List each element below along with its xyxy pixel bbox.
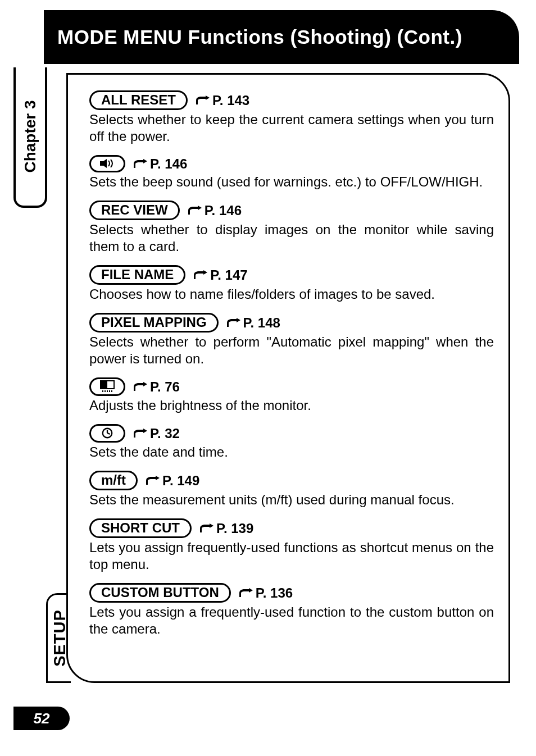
page-ref-text: P. 149	[162, 473, 199, 489]
page-number: 52	[13, 707, 70, 730]
page-ref-text: P. 147	[210, 267, 247, 283]
page-ref-icon	[196, 95, 210, 106]
page-ref-icon	[239, 588, 253, 598]
page-header: MODE MENU Functions (Shooting) (Cont.)	[44, 10, 519, 64]
menu-item-pixel-mapping: PIXEL MAPPING P. 148 Selects whether to …	[89, 313, 494, 367]
menu-label-pill: PIXEL MAPPING	[89, 313, 219, 333]
svg-rect-4	[102, 390, 103, 392]
svg-rect-0	[100, 161, 103, 166]
page-ref: P. 147	[193, 267, 247, 283]
menu-item-all-reset: ALL RESET P. 143 Selects whether to keep…	[89, 90, 494, 145]
page-ref-text: P. 146	[205, 203, 242, 218]
page-ref: P. 139	[199, 521, 253, 536]
page-ref: P. 136	[239, 585, 293, 601]
page-ref: P. 76	[133, 379, 180, 395]
page-ref-text: P. 143	[212, 93, 249, 108]
page-ref: P. 148	[226, 315, 280, 331]
chapter-tab-label: Chapter 3	[21, 100, 39, 172]
page-ref: P. 146	[133, 156, 187, 172]
menu-label-pill: FILE NAME	[89, 265, 185, 285]
menu-item-date-time: P. 32 Sets the date and time.	[89, 424, 494, 461]
page-ref: P. 149	[146, 473, 199, 489]
page-ref-icon	[133, 429, 148, 439]
svg-rect-8	[111, 390, 112, 392]
svg-marker-1	[103, 159, 107, 168]
menu-label-pill: CUSTOM BUTTON	[89, 583, 231, 603]
menu-desc: Selects whether to perform "Automatic pi…	[89, 334, 494, 367]
page-ref: P. 146	[188, 203, 242, 218]
menu-label-pill: REC VIEW	[89, 201, 180, 220]
menu-label-pill: ALL RESET	[89, 90, 188, 110]
menu-item-mft: m/ft P. 149 Sets the measurement units (…	[89, 471, 494, 508]
page-ref-icon	[199, 523, 214, 534]
page-ref-text: P. 32	[150, 426, 180, 441]
svg-rect-6	[107, 390, 108, 392]
menu-item-short-cut: SHORT CUT P. 139 Lets you assign frequen…	[89, 518, 494, 573]
menu-label-pill: SHORT CUT	[89, 518, 192, 538]
page: MODE MENU Functions (Shooting) (Cont.) C…	[0, 0, 536, 756]
page-ref-text: P. 136	[256, 585, 293, 601]
menu-item-rec-view: REC VIEW P. 146 Selects whether to displ…	[89, 201, 494, 255]
menu-desc: Lets you assign frequently-used function…	[89, 539, 494, 573]
page-ref-icon	[133, 159, 148, 169]
page-title: MODE MENU Functions (Shooting) (Cont.)	[57, 25, 462, 49]
page-ref-icon	[226, 318, 241, 328]
menu-item-custom-button: CUSTOM BUTTON P. 136 Lets you assign a f…	[89, 583, 494, 637]
menu-desc: Sets the measurement units (m/ft) used d…	[89, 491, 494, 508]
menu-desc: Lets you assign a frequently-used functi…	[89, 604, 494, 637]
menu-item-file-name: FILE NAME P. 147 Chooses how to name fil…	[89, 265, 494, 303]
chapter-tab: Chapter 3	[13, 67, 47, 208]
menu-item-beep: P. 146 Sets the beep sound (used for war…	[89, 155, 494, 190]
menu-desc: Adjusts the brightness of the monitor.	[89, 397, 494, 414]
svg-line-11	[107, 433, 110, 434]
page-ref-icon	[188, 206, 202, 216]
page-ref-text: P. 139	[216, 521, 253, 536]
svg-rect-3	[101, 381, 107, 388]
page-ref-icon	[133, 382, 148, 392]
page-ref: P. 32	[133, 426, 180, 441]
page-ref-icon	[146, 476, 160, 486]
content-frame: ALL RESET P. 143 Selects whether to keep…	[66, 73, 510, 683]
page-ref-text: P. 146	[150, 156, 187, 172]
page-ref-text: P. 76	[150, 379, 180, 395]
beep-icon	[89, 155, 125, 172]
menu-item-brightness: P. 76 Adjusts the brightness of the moni…	[89, 377, 494, 414]
svg-rect-5	[105, 390, 106, 392]
menu-desc: Selects whether to display images on the…	[89, 221, 494, 255]
menu-label-pill: m/ft	[89, 471, 138, 490]
page-ref-text: P. 148	[243, 315, 280, 331]
page-ref-icon	[193, 270, 208, 280]
menu-desc: Sets the date and time.	[89, 444, 494, 461]
menu-desc: Sets the beep sound (used for warnings. …	[89, 174, 494, 190]
clock-icon	[89, 424, 125, 443]
monitor-brightness-icon	[89, 377, 125, 396]
menu-desc: Selects whether to keep the current came…	[89, 111, 494, 145]
page-ref: P. 143	[196, 93, 249, 108]
menu-desc: Chooses how to name files/folders of ima…	[89, 286, 494, 303]
svg-rect-7	[109, 390, 110, 392]
